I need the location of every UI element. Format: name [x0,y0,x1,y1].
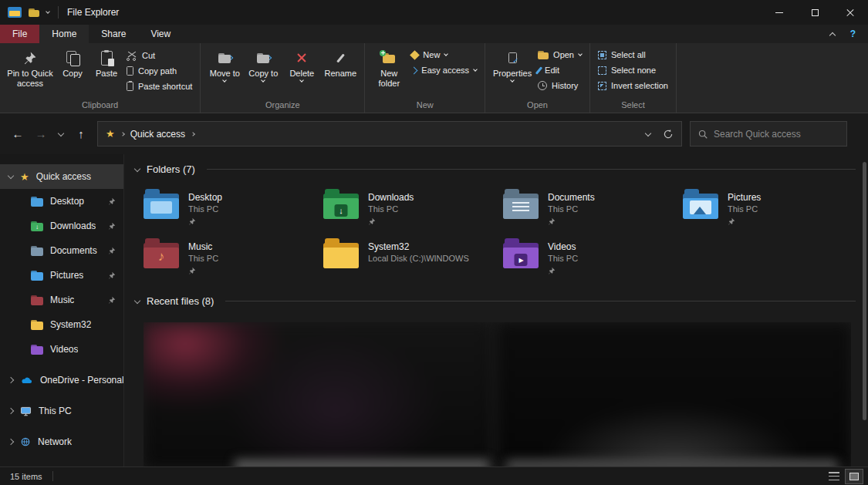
sidebar-item-quick-access[interactable]: ★ Quick access [0,164,123,189]
downloads-folder-icon: ↓ [323,193,359,219]
new-item-button[interactable]: New [411,50,477,59]
folder-tile-system32[interactable]: System32 Local Disk (C:)\WINDOWS [323,236,503,285]
forward-button[interactable]: → [31,127,51,140]
chevron-down-icon[interactable] [8,173,14,179]
pictures-folder-icon [31,271,43,281]
edit-button[interactable]: Edit [538,66,582,75]
button-label: Copy path [138,66,177,76]
search-input[interactable] [714,129,839,140]
folder-tile-desktop[interactable]: Desktop This PC [144,187,323,236]
recent-file-thumbnail[interactable] [235,460,489,466]
sidebar-item-label: System32 [50,319,91,330]
button-label: Rename [325,69,357,79]
pin-to-quick-access-button[interactable]: Pin to Quick access [5,45,56,90]
paste-button[interactable]: Paste [90,45,123,80]
sidebar-item-label: Videos [50,344,78,355]
sidebar-item-network[interactable]: Network [0,429,123,454]
sidebar-item-downloads[interactable]: ↓ Downloads [0,214,123,238]
folder-tile-downloads[interactable]: ↓ Downloads This PC [323,187,503,236]
minimize-ribbon-icon[interactable] [829,32,835,38]
tile-name: Videos [548,241,578,252]
chevron-right-icon[interactable] [8,439,14,445]
up-button[interactable]: ↑ [71,127,91,140]
close-button[interactable] [833,0,868,25]
pin-icon [23,49,37,67]
properties-button[interactable]: ✓ Properties [490,45,535,83]
chevron-down-icon [473,67,478,72]
breadcrumb-separator-icon[interactable] [191,132,195,136]
group-label-organize: Organize [201,99,364,113]
copy-to-button[interactable]: Copy to [244,45,282,83]
quick-access-toolbar-folder-icon[interactable] [29,8,39,17]
tab-home[interactable]: Home [39,25,89,43]
quick-access-toolbar-dropdown-icon[interactable] [46,9,50,14]
quick-access-star-icon: ★ [20,171,29,183]
large-icons-view-button[interactable] [846,470,863,483]
file-explorer-window: File Explorer File Home Share View ? P [0,0,868,485]
invert-selection-button[interactable]: Invert selection [598,81,668,90]
folder-tile-music[interactable]: ♪ Music This PC [144,236,323,285]
vertical-scrollbar[interactable] [863,162,866,420]
delete-button[interactable]: Delete [282,45,321,83]
folder-tile-pictures[interactable]: Pictures This PC [683,187,863,236]
collapse-section-icon[interactable] [134,165,140,171]
folder-tile-videos[interactable]: ▶ Videos This PC [503,236,683,285]
chevron-right-icon[interactable] [8,377,14,383]
history-button[interactable]: History [538,81,582,90]
tab-view[interactable]: View [138,25,183,43]
recent-files-area [144,322,851,466]
recent-file-thumbnail[interactable] [497,322,851,466]
paste-shortcut-button[interactable]: Paste shortcut [127,82,192,91]
address-bar[interactable]: ★ Quick access [97,121,682,147]
sidebar-item-desktop[interactable]: Desktop [0,189,123,214]
back-button[interactable]: ← [8,127,28,140]
tile-name: Desktop [188,192,222,203]
chevron-right-icon[interactable] [8,408,14,414]
copy-path-button[interactable]: Copy path [127,66,192,76]
move-to-button[interactable]: Move to [205,45,244,83]
tab-file[interactable]: File [0,25,39,43]
recent-locations-dropdown[interactable] [54,133,68,136]
ribbon-group-organize: Move to Copy to Delete Rename [201,43,365,113]
select-all-button[interactable]: Select all [598,50,668,59]
cut-button[interactable]: Cut [127,50,192,60]
button-label: Open [553,50,574,59]
quick-access-star-icon[interactable]: ★ [106,128,115,140]
sidebar-item-videos[interactable]: Videos [0,337,123,362]
file-explorer-app-icon[interactable] [8,7,22,18]
tile-location: This PC [728,204,761,214]
minimize-button[interactable] [762,0,797,25]
group-label-select: Select [590,99,676,113]
address-dropdown-icon[interactable] [645,130,651,136]
ribbon-group-open: ✓ Properties Open Edit [485,43,590,113]
collapse-section-icon[interactable] [134,297,140,303]
refresh-icon[interactable] [663,129,674,140]
page-icon [127,66,133,76]
folder-tile-documents[interactable]: Documents This PC [503,187,683,236]
recent-file-thumbnail[interactable] [506,460,838,466]
copy-button[interactable]: Copy [56,45,90,80]
recent-file-thumbnail[interactable] [144,322,492,466]
maximize-button[interactable] [797,0,833,25]
select-none-button[interactable]: Select none [598,66,668,75]
breadcrumb-quick-access[interactable]: Quick access [130,129,185,140]
delete-x-icon [296,49,307,67]
open-button[interactable]: Open [538,50,582,59]
details-view-button[interactable] [826,470,843,483]
tab-share[interactable]: Share [89,25,138,43]
rename-button[interactable]: Rename [321,45,360,80]
maximize-icon [812,9,819,16]
sidebar-item-documents[interactable]: Documents [0,238,123,263]
new-folder-button[interactable]: New folder [370,45,408,90]
easy-access-button[interactable]: Easy access [411,66,477,75]
tile-name: Downloads [368,192,414,203]
search-box[interactable] [690,121,847,147]
sidebar-item-pictures[interactable]: Pictures [0,263,123,288]
sidebar-item-music[interactable]: Music [0,288,123,312]
sidebar-item-this-pc[interactable]: This PC [0,399,123,423]
pin-icon [548,267,556,274]
copy-icon [66,49,79,67]
sidebar-item-onedrive[interactable]: OneDrive - Personal [0,368,123,392]
help-icon[interactable]: ? [850,29,856,39]
sidebar-item-system32[interactable]: System32 [0,312,123,337]
